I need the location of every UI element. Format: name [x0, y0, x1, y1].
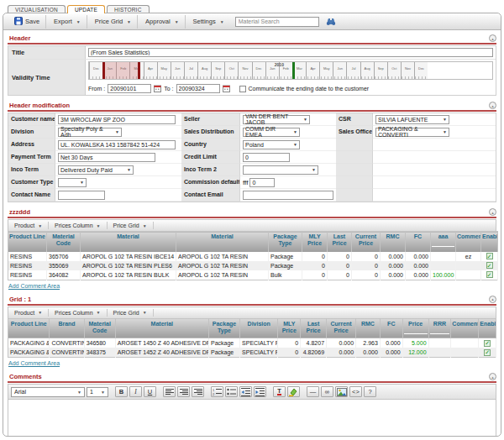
column-header-price[interactable]: Price [402, 318, 428, 338]
address-input[interactable] [58, 140, 176, 149]
column-header-last-price[interactable]: Last Price [328, 232, 352, 252]
contact-email-input[interactable] [243, 191, 333, 200]
contact-name-input[interactable] [58, 191, 105, 200]
column-header-last-price[interactable]: Last Price [301, 318, 327, 338]
csr-select[interactable]: SILVIA LAFUENTE▼ [375, 115, 449, 124]
column-header-division[interactable]: Division [240, 318, 278, 338]
column-header-comment[interactable]: Comment [456, 232, 481, 252]
save-button[interactable]: Save [8, 15, 46, 29]
align-right-button[interactable] [192, 386, 204, 397]
column-header-fc[interactable]: FC [380, 318, 402, 338]
price-grid-menu-button[interactable]: Price Grid▼ [89, 15, 138, 29]
column-header-product-line[interactable]: Product Line [8, 318, 50, 338]
column-header-mly-price[interactable]: MLY Price [302, 232, 328, 252]
column-header-rmc[interactable]: RMC [381, 232, 406, 252]
material-search-input[interactable] [235, 17, 319, 27]
align-left-button[interactable] [163, 386, 176, 397]
bold-button[interactable]: B [115, 386, 128, 397]
underline-button[interactable]: U [144, 386, 156, 397]
html-button[interactable]: <> [349, 386, 362, 397]
enable-checkbox[interactable]: ✓ [484, 349, 491, 356]
calendar-icon[interactable] [154, 85, 161, 92]
price-grid-menu-button[interactable]: Price Grid▼ [108, 222, 154, 229]
commission-default-input[interactable] [249, 178, 275, 187]
italic-button[interactable]: I [129, 386, 142, 397]
column-header-brand[interactable]: Brand [50, 318, 84, 338]
inco-term2-select[interactable]: ▼ [243, 165, 318, 175]
binoculars-search-icon[interactable] [326, 18, 336, 25]
payment-term-input[interactable] [58, 153, 155, 162]
credit-limit-input[interactable] [243, 153, 290, 162]
add-comment-area-link[interactable]: Add Comment Area [8, 360, 60, 366]
column-header-enable[interactable]: Enable [481, 232, 498, 252]
font-size-select[interactable]: 1▼ [87, 387, 108, 397]
column-header-material[interactable]: Material [81, 232, 176, 252]
column-header-rmc[interactable]: RMC [356, 318, 381, 338]
country-select[interactable]: Poland▼ [243, 140, 300, 149]
unordered-list-button[interactable] [225, 386, 238, 397]
collapse-section-icon[interactable]: ▴ [489, 373, 496, 380]
collapse-section-icon[interactable]: ▴ [489, 208, 496, 216]
column-header-material-code[interactable]: Material Code [47, 232, 81, 252]
column-header-package-type[interactable]: Package Type [269, 232, 302, 252]
validity-timeline[interactable]: DecJanFebMarAprMayJunJulAugSepOctNovDecJ… [88, 61, 493, 80]
price-grid-menu-button[interactable]: Price Grid▼ [108, 309, 154, 317]
prices-column-menu-button[interactable]: Prices Column▼ [49, 222, 107, 229]
column-header-product-line[interactable]: Product Line [8, 232, 47, 252]
sales-distribution-select[interactable]: COMM DIR EMEA▼ [243, 128, 300, 137]
image-button[interactable] [335, 386, 348, 397]
column-header-current-price[interactable]: Current Price [327, 318, 356, 338]
column-header-mly-price[interactable]: MLY Price [278, 318, 301, 338]
enable-checkbox[interactable]: ✓ [486, 271, 493, 278]
inco-term-select[interactable]: Delivered Duty Paid▼ [58, 165, 134, 175]
ordered-list-button[interactable]: 12 [211, 386, 223, 397]
enable-checkbox[interactable]: ✓ [484, 340, 491, 347]
to-date-input[interactable] [176, 84, 220, 93]
customer-type-select[interactable]: ▼ [58, 178, 87, 187]
font-family-select[interactable]: Arial▼ [11, 387, 85, 397]
timeline-selected-range[interactable] [102, 62, 140, 79]
division-select[interactable]: Specialty Poly & Adh▼ [58, 128, 122, 137]
collapse-section-icon[interactable]: ▴ [489, 296, 496, 303]
column-header-aaa[interactable]: aaa [431, 232, 456, 252]
column-header-fc[interactable]: FC [406, 232, 431, 252]
collapse-section-icon[interactable]: ▴ [489, 34, 496, 42]
link-button[interactable]: ∞ [321, 386, 333, 397]
settings-menu-button[interactable]: Settings▼ [187, 15, 230, 29]
column-header-current-price[interactable]: Current Price [352, 232, 381, 252]
add-comment-area-link[interactable]: Add Comment Area [8, 283, 60, 289]
indent-button[interactable] [254, 386, 266, 397]
seller-select[interactable]: VAN DER BENT JACOB▼ [243, 115, 310, 124]
prices-column-menu-button[interactable]: Prices Column▼ [49, 309, 107, 317]
column-header-comment[interactable]: Comment [451, 318, 479, 338]
comments-editor-area[interactable] [8, 400, 496, 437]
export-menu-button[interactable]: Export▼ [48, 15, 87, 29]
column-header-rrr[interactable]: RRR [428, 318, 451, 338]
column-header-material[interactable]: Material [115, 318, 208, 338]
column-header-enable[interactable]: Enable [479, 318, 496, 338]
highlight-color-button[interactable] [287, 386, 300, 397]
help-button[interactable]: ? [364, 386, 376, 397]
product-menu-button[interactable]: Product▼ [8, 222, 49, 229]
enable-checkbox[interactable]: ✓ [486, 262, 493, 269]
horizontal-rule-button[interactable]: — [307, 386, 319, 397]
calendar-icon[interactable] [223, 85, 230, 92]
column-header-material[interactable]: Material [176, 232, 269, 252]
from-date-input[interactable] [108, 84, 151, 93]
outdent-button[interactable] [239, 386, 252, 397]
communicate-ending-date-checkbox[interactable] [239, 86, 246, 92]
align-center-button[interactable] [177, 386, 190, 397]
tab-update[interactable]: UPDATE [67, 5, 105, 13]
column-header-material-code[interactable]: Material Code [84, 318, 115, 338]
enable-checkbox[interactable]: ✓ [486, 253, 493, 259]
product-menu-button[interactable]: Product▼ [8, 309, 49, 317]
column-header-package-type[interactable]: Package Type [208, 318, 239, 338]
title-input[interactable] [88, 48, 493, 57]
text-color-button[interactable]: T [273, 386, 286, 397]
customer-name-input[interactable] [58, 115, 176, 124]
chevron-down-icon: ▼ [80, 180, 84, 185]
collapse-section-icon[interactable]: ▴ [489, 102, 496, 109]
sales-office-select[interactable]: PACKAGING & CONVERTI▼ [375, 128, 449, 137]
approval-menu-button[interactable]: Approval▼ [139, 15, 186, 29]
cell: 355069 [47, 261, 81, 270]
